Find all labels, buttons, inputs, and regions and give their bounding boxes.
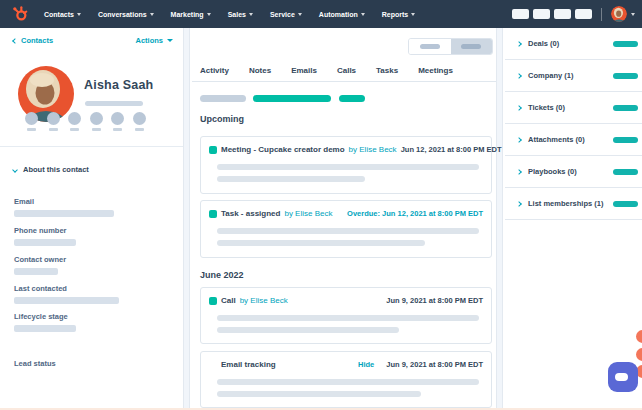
placeholder-bar (217, 379, 479, 385)
activity-card-meeting[interactable]: Meeting - Cupcake creator demo by Elise … (200, 136, 492, 194)
view-toggle-left-segment[interactable] (409, 39, 451, 54)
card-byline[interactable]: by Elise Beck (284, 209, 332, 218)
quick-action-icon[interactable] (47, 112, 60, 131)
chevron-down-icon (411, 13, 415, 16)
nav-item-label: Automation (319, 11, 358, 18)
nav-item-label: Conversations (98, 11, 147, 18)
field-label: Phone number (14, 226, 76, 235)
chevron-right-icon (516, 201, 522, 207)
activity-card-call[interactable]: Call by Elise Beck Jun 9, 2021 at 8:00 P… (200, 287, 492, 344)
hide-link[interactable]: Hide (358, 360, 374, 369)
section-deals[interactable]: Deals (0) (505, 28, 642, 60)
nav-item-reports[interactable]: Reports (382, 11, 415, 18)
placeholder-bar (613, 41, 638, 47)
toolbar-icon-button[interactable] (533, 9, 550, 19)
placeholder-bar (217, 176, 365, 182)
actions-dropdown[interactable]: Actions (135, 36, 173, 45)
placeholder-bar (613, 201, 638, 207)
chevron-down-icon[interactable] (631, 13, 635, 16)
field-phone-number: Phone number (14, 226, 76, 246)
tab-tasks[interactable]: Tasks (376, 66, 398, 75)
quick-action-icon[interactable] (133, 112, 146, 131)
chevron-right-icon (516, 73, 522, 79)
filter-chip[interactable] (200, 95, 246, 102)
section-company[interactable]: Company (1) (505, 60, 642, 92)
card-title[interactable]: Meeting - Cupcake creator demo (221, 145, 345, 154)
tab-meetings[interactable]: Meetings (418, 66, 453, 75)
section-tickets[interactable]: Tickets (0) (505, 92, 642, 124)
quick-action-icon[interactable] (68, 112, 81, 131)
placeholder-bar (14, 268, 58, 275)
section-list-memberships[interactable]: List memberships (1) (505, 188, 642, 220)
card-header: Meeting - Cupcake creator demo by Elise … (209, 145, 483, 154)
card-timestamp-overdue: Overdue: Jun 12, 2021 at 8:00 PM EDT (347, 209, 483, 218)
quick-action-icon[interactable] (25, 112, 38, 131)
field-label: Lifecycle stage (14, 312, 76, 321)
placeholder-bar (217, 315, 479, 321)
toolbar-icon-button[interactable] (575, 9, 592, 19)
hubspot-logo-icon[interactable] (12, 6, 28, 22)
card-byline[interactable]: by Elise Beck (349, 145, 397, 154)
nav-item-label: Contacts (44, 11, 74, 18)
call-icon (209, 297, 217, 305)
chevron-down-icon (167, 39, 173, 42)
placeholder-bar (613, 137, 638, 143)
nav-item-sales[interactable]: Sales (228, 11, 253, 18)
quick-action-icon[interactable] (111, 112, 124, 131)
tab-activity[interactable]: Activity (200, 66, 229, 75)
card-header: Task - assigned by Elise Beck Overdue: J… (209, 209, 483, 218)
card-title[interactable]: Email tracking (221, 360, 276, 369)
tabs-divider (192, 81, 496, 82)
nav-item-service[interactable]: Service (270, 11, 302, 18)
nav-item-conversations[interactable]: Conversations (98, 11, 154, 18)
card-title[interactable]: Task - assigned (221, 209, 280, 218)
nav-item-marketing[interactable]: Marketing (171, 11, 211, 18)
main-menu: Contacts Conversations Marketing Sales S… (44, 11, 415, 18)
chat-widget-button[interactable] (608, 362, 638, 392)
tab-calls[interactable]: Calls (337, 66, 356, 75)
field-lifecycle-stage: Lifecycle stage (14, 312, 76, 332)
user-avatar[interactable] (611, 6, 627, 22)
placeholder-bar (85, 101, 143, 106)
toolbar-icon-button[interactable] (554, 9, 571, 19)
card-title[interactable]: Call (221, 296, 236, 305)
placeholder-bar (217, 327, 399, 333)
section-label: Playbooks (0) (528, 167, 577, 176)
nav-item-contacts[interactable]: Contacts (44, 11, 81, 18)
placeholder-bar (461, 44, 481, 49)
meeting-icon (209, 146, 217, 154)
activity-card-email-tracking[interactable]: Email tracking Hide Jun 9, 2021 at 8:00 … (200, 351, 492, 408)
nav-item-label: Marketing (171, 11, 204, 18)
quick-action-icon[interactable] (90, 112, 103, 131)
back-to-contacts-link[interactable]: Contacts (13, 36, 53, 45)
tab-notes[interactable]: Notes (249, 66, 271, 75)
chevron-left-icon (12, 38, 18, 44)
activity-tabs: Activity Notes Emails Calls Tasks Meetin… (200, 66, 453, 75)
activity-card-task[interactable]: Task - assigned by Elise Beck Overdue: J… (200, 200, 492, 258)
filter-chip[interactable] (339, 95, 365, 102)
card-timestamp: Jun 12, 2021 at 8:00 PM EDT (401, 145, 502, 154)
decorative-dot (636, 330, 642, 343)
chevron-right-icon (516, 137, 522, 143)
view-toggle[interactable] (408, 38, 493, 55)
navbar-right-cluster (512, 6, 635, 22)
chat-bubble-icon (615, 373, 628, 381)
card-byline[interactable]: by Elise Beck (240, 296, 288, 305)
nav-item-automation[interactable]: Automation (319, 11, 365, 18)
section-attachments[interactable]: Attachments (0) (505, 124, 642, 156)
nav-item-label: Reports (382, 11, 408, 18)
tab-emails[interactable]: Emails (291, 66, 317, 75)
placeholder-bar (420, 44, 440, 49)
section-playbooks[interactable]: Playbooks (0) (505, 156, 642, 188)
actions-label: Actions (135, 36, 163, 45)
view-toggle-right-segment[interactable] (451, 39, 493, 54)
filter-chip[interactable] (253, 95, 331, 102)
hubspot-crm-contact-screen: Contacts Conversations Marketing Sales S… (0, 0, 642, 410)
chevron-down-icon (77, 13, 81, 16)
toolbar-icon-button[interactable] (512, 9, 529, 19)
group-title-upcoming: Upcoming (200, 114, 244, 124)
about-contact-section-toggle[interactable]: About this contact (13, 165, 89, 174)
field-label: Contact owner (14, 255, 66, 264)
contact-quick-actions-row (25, 112, 146, 131)
placeholder-bar (613, 169, 638, 175)
